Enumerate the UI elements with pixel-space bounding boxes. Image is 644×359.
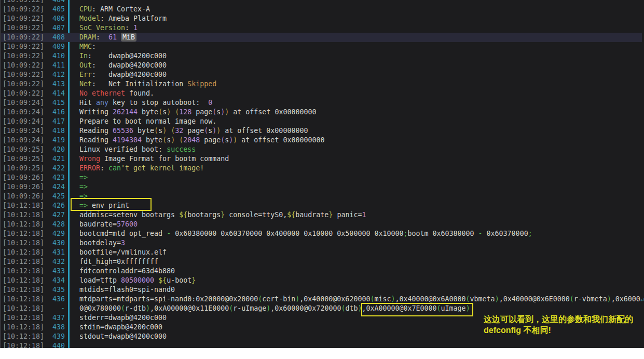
log-line-text: Wrong Image Format for bootm command [65,154,229,164]
log-token: ERROR [79,164,100,172]
line-number: 428 [44,220,65,229]
log-token: Reading [79,127,113,135]
log-token: bootcmd=mtd opt_read [79,230,167,237]
log-line-text: Err: dwapb@4200c000 [65,70,167,79]
log-token: ( [154,127,158,135]
log-token: baudrate= [79,220,117,228]
line-number: 411 [44,61,65,70]
log-rows: [10:09:22]404[10:09:22]405CPU: ARM Corte… [1,0,644,348]
line-number: 440 [44,341,65,348]
log-line-text: load=tftp 80500000 ${u-boot} [65,276,196,285]
line-number: 429 [44,229,65,238]
log-token: 0 [208,99,212,107]
line-number: 419 [44,136,65,145]
log-line: [10:12:18]426=> env print [1,201,644,210]
log-token: 0x60380000 0x60370000 0x400000 0x10000 0… [171,230,403,237]
timestamp: [10:09:22] [1,23,44,33]
log-token: Hit [79,99,96,107]
log-line-text: mtdparts=mtdparts=spi-nand0:0x20000@0x20… [65,295,644,304]
log-token: ,0x40000@0x6A0000 [395,295,465,303]
log-token: bootfile=/vmlinux.elf [79,248,167,256]
log-token [171,108,175,116]
log-line: [10:09:26]423=> [1,173,644,182]
log-line: [10:09:22]412Err: dwapb@4200c000 [1,70,644,79]
annotation-note-line1: 这边可以看到，这里的参数和我们新配的 [484,314,639,325]
wrap-line-marker: - [44,304,65,313]
log-line: [10:12:18]433fdtcontroladdr=63d4b880 [1,267,644,276]
log-line: [10:12:18]436mtdparts=mtdparts=spi-nand0… [1,295,644,304]
log-token: CPU [79,5,92,13]
log-token: : dwapb@4200c000 [88,52,167,60]
log-token: Err [79,71,92,78]
timestamp: [10:12:18] [1,257,44,267]
log-line: [10:09:22]414No ethernet found. [1,89,644,98]
log-line: [10:09:22]409MMC: [1,42,644,51]
log-token: fdtcontroladdr=63d4b880 [79,267,175,275]
line-number: 427 [44,210,65,220]
log-line-text: Net: Net Initialization Skipped [65,79,216,89]
log-token: ( [162,136,167,144]
line-number: 410 [44,51,65,61]
serial-log-viewer[interactable]: [10:09:22]404[10:09:22]405CPU: ARM Corte… [0,0,644,348]
log-line-text: fdtcontroladdr=63d4b880 [65,267,175,276]
log-token: u-boot [167,276,191,284]
log-token: r-vbmeta [574,295,607,303]
line-number: 434 [44,276,65,285]
line-wrap-icon: ↵ [640,295,644,303]
timestamp: [10:12:18] [1,323,44,332]
line-number: 432 [44,257,65,267]
log-token: at offset 0x00000000 [237,136,324,144]
timestamp: [10:12:18] [1,238,44,248]
log-line-text: ERROR: can't get kernel image! [65,164,204,173]
log-token: vbmeta [470,295,495,303]
log-token: : [100,164,108,172]
log-token: s [167,136,171,144]
line-number: 417 [44,117,65,126]
log-token: ${ [287,211,295,219]
log-token: ( [171,127,175,135]
line-number: 406 [44,14,65,23]
log-token: Model [79,15,100,22]
log-token: ,0xA00000@0x11E0000 [150,304,229,312]
log-line: [10:09:24]417Prepare to boot normal imag… [1,117,644,126]
log-token: stderr=dwapb@4200c000 [79,314,167,322]
log-token: ( [466,295,470,303]
log-token: page [191,108,212,116]
log-line-text: Reading 65536 byte(s) (32 page(s)) at of… [65,126,308,136]
line-number: 439 [44,332,65,341]
log-token: ( [437,304,441,312]
log-token: ) [607,295,611,303]
log-line-text [65,0,79,5]
log-token [167,127,171,135]
log-token: Net [79,80,92,88]
log-line-text: Model: Ameba Platform [65,14,167,23]
line-number: 435 [44,285,65,295]
timestamp: [10:09:26] [1,182,44,192]
timestamp: [10:12:18] [1,313,44,323]
log-token: page [200,136,221,144]
log-token: env print [88,202,129,209]
log-token: load=tftp [79,276,121,284]
timestamp: [10:12:18] [1,332,44,341]
log-token: => [79,174,88,181]
annotation-note: 这边可以看到，这里的参数和我们新配的 defconfig 不相同! [484,314,639,336]
timestamp: [10:12:18] [1,267,44,276]
log-token: 57600 [117,220,138,228]
log-token: Image Format for bootm command [100,155,229,163]
log-token: any [96,99,108,107]
timestamp: [10:12:18] [1,304,44,313]
line-number: 424 [44,182,65,192]
log-token: ) [495,295,499,303]
log-line-text: mtdids=flash0=spi-nand0 [65,285,175,295]
log-token: => [79,183,88,191]
log-token: r-dtb [125,304,146,312]
timestamp: [10:09:22] [1,51,44,61]
log-line: [10:09:22]404 [1,0,644,5]
log-line: [10:09:25]422ERROR: can't get kernel ima… [1,164,644,173]
log-line-text: addmisc=setenv bootargs ${bootargs} cons… [65,210,366,220]
log-token: byte [142,136,162,144]
log-token: SoC Version [79,24,125,32]
log-token: 0@0x780000 [79,304,121,312]
log-token: : Ameba Platform [100,15,167,22]
log-line-text: MMC: [65,42,96,51]
